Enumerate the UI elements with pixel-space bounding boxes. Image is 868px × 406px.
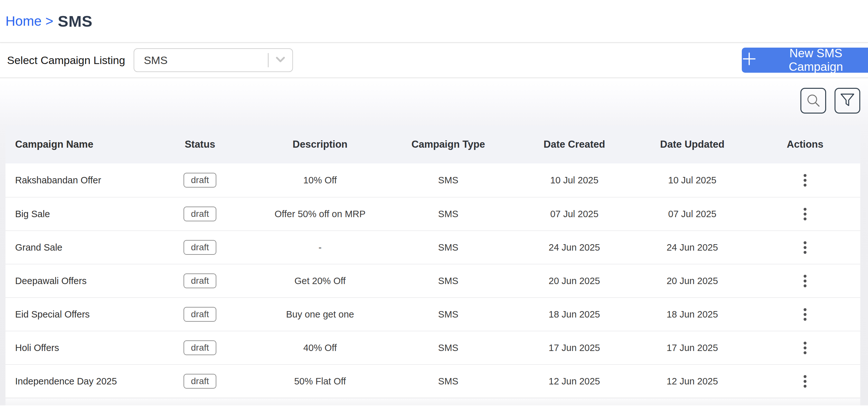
header-date-created: Date Created	[514, 139, 634, 150]
header-description: Description	[257, 139, 382, 150]
campaign-name-cell: Deepawali Offers	[5, 276, 142, 286]
header-actions: Actions	[750, 139, 860, 150]
select-arrow-zone[interactable]	[268, 53, 292, 67]
date-created-cell: 17 Jun 2025	[514, 343, 634, 353]
campaign-type-cell: SMS	[382, 343, 514, 353]
date-updated-cell: 24 Jun 2025	[634, 242, 750, 253]
table-row: Independence Day 2025 draft 50% Flat Off…	[5, 364, 860, 398]
table-row: Grand Sale draft - SMS 24 Jun 2025 24 Ju…	[5, 230, 860, 264]
new-sms-campaign-button[interactable]: New SMS Campaign	[742, 47, 868, 73]
date-created-cell: 18 Jun 2025	[514, 309, 634, 320]
description-cell: Offer 50% off on MRP	[257, 209, 382, 219]
breadcrumb-home-link[interactable]: Home	[5, 13, 41, 29]
status-cell: draft	[142, 307, 257, 322]
date-created-cell: 07 Jul 2025	[514, 209, 634, 219]
plus-icon	[742, 52, 756, 69]
status-badge: draft	[184, 374, 216, 388]
campaign-type-cell: SMS	[382, 209, 514, 219]
date-created-cell: 10 Jul 2025	[514, 175, 634, 185]
table-body: Rakshabandan Offer draft 10% Off SMS 10 …	[5, 163, 860, 398]
date-created-cell: 20 Jun 2025	[514, 276, 634, 286]
date-updated-cell: 10 Jul 2025	[634, 175, 750, 185]
status-cell: draft	[142, 207, 257, 221]
header-status: Status	[142, 139, 257, 150]
description-cell: 50% Flat Off	[257, 376, 382, 387]
date-created-cell: 24 Jun 2025	[514, 242, 634, 253]
table-row: Deepawali Offers draft Get 20% Off SMS 2…	[5, 264, 860, 297]
filter-button[interactable]	[835, 88, 860, 113]
date-updated-cell: 18 Jun 2025	[634, 309, 750, 320]
table-row: Big Sale draft Offer 50% off on MRP SMS …	[5, 197, 860, 230]
page-title: SMS	[58, 12, 93, 30]
status-cell: draft	[142, 374, 257, 388]
header-campaign-name: Campaign Name	[5, 139, 142, 150]
date-created-cell: 12 Jun 2025	[514, 376, 634, 387]
actions-cell	[750, 205, 860, 224]
description-cell: -	[257, 242, 382, 253]
new-sms-campaign-button-label: New SMS Campaign	[764, 47, 868, 74]
actions-cell	[750, 272, 860, 291]
kebab-menu-icon	[804, 275, 807, 278]
row-actions-menu-button[interactable]	[799, 372, 811, 391]
table-footer-strip	[5, 398, 860, 405]
row-actions-menu-button[interactable]	[799, 238, 811, 257]
actions-cell	[750, 338, 860, 358]
row-actions-menu-button[interactable]	[799, 272, 811, 291]
header-campaign-type: Campaign Type	[382, 139, 514, 150]
campaign-type-cell: SMS	[382, 242, 514, 253]
table-toolbar	[800, 88, 860, 113]
date-updated-cell: 07 Jul 2025	[634, 209, 750, 219]
funnel-icon	[840, 93, 855, 109]
status-cell: draft	[142, 273, 257, 288]
description-cell: Get 20% Off	[257, 276, 382, 286]
search-icon	[806, 93, 821, 109]
description-cell: 40% Off	[257, 343, 382, 353]
actions-cell	[750, 372, 860, 391]
description-cell: 10% Off	[257, 175, 382, 185]
campaign-type-cell: SMS	[382, 276, 514, 286]
campaign-listing-select[interactable]: SMS	[134, 48, 293, 72]
status-badge: draft	[184, 273, 216, 288]
campaign-table: Campaign Name Status Description Campaig…	[5, 126, 860, 405]
kebab-menu-icon	[804, 342, 807, 344]
row-actions-menu-button[interactable]	[799, 305, 811, 324]
breadcrumb: Home > SMS	[0, 0, 868, 43]
campaign-name-cell: Holi Offers	[5, 343, 142, 353]
campaign-type-cell: SMS	[382, 309, 514, 320]
kebab-menu-icon	[804, 241, 807, 244]
kebab-menu-icon	[804, 308, 807, 311]
status-badge: draft	[184, 173, 216, 188]
date-updated-cell: 20 Jun 2025	[634, 276, 750, 286]
date-updated-cell: 17 Jun 2025	[634, 343, 750, 353]
kebab-menu-icon	[804, 208, 807, 211]
campaign-type-cell: SMS	[382, 175, 514, 185]
campaign-name-cell: Rakshabandan Offer	[5, 175, 142, 185]
status-badge: draft	[184, 240, 216, 255]
campaign-name-cell: Independence Day 2025	[5, 376, 142, 387]
kebab-menu-icon	[804, 375, 807, 378]
campaign-listing-select-value: SMS	[134, 54, 268, 67]
header-date-updated: Date Updated	[634, 139, 750, 150]
campaign-name-cell: Eid Special Offers	[5, 309, 142, 320]
content-area: Campaign Name Status Description Campaig…	[0, 78, 868, 405]
status-cell: draft	[142, 240, 257, 255]
table-row: Eid Special Offers draft Buy one get one…	[5, 297, 860, 331]
status-badge: draft	[184, 340, 216, 355]
table-row: Holi Offers draft 40% Off SMS 17 Jun 202…	[5, 331, 860, 364]
status-cell: draft	[142, 173, 257, 188]
table-header-row: Campaign Name Status Description Campaig…	[5, 126, 860, 163]
search-button[interactable]	[800, 88, 826, 113]
row-actions-menu-button[interactable]	[799, 338, 811, 358]
campaign-name-cell: Grand Sale	[5, 242, 142, 253]
row-actions-menu-button[interactable]	[799, 205, 811, 224]
description-cell: Buy one get one	[257, 309, 382, 320]
date-updated-cell: 12 Jun 2025	[634, 376, 750, 387]
row-actions-menu-button[interactable]	[799, 171, 811, 190]
table-row: Rakshabandan Offer draft 10% Off SMS 10 …	[5, 163, 860, 197]
status-badge: draft	[184, 207, 216, 221]
campaign-listing-label: Select Campaign Listing	[7, 54, 125, 67]
actions-cell	[750, 171, 860, 190]
actions-cell	[750, 238, 860, 257]
breadcrumb-separator: >	[45, 13, 54, 29]
actions-cell	[750, 305, 860, 324]
